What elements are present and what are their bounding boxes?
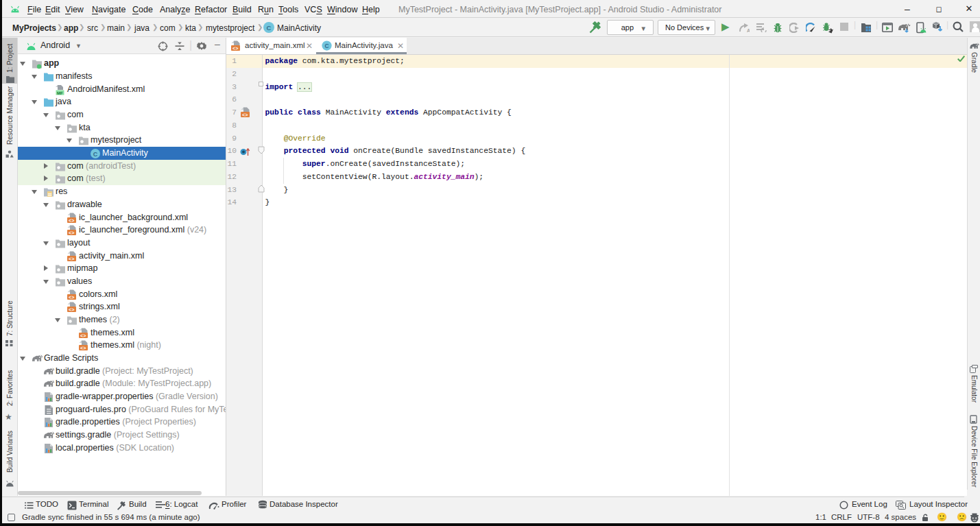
svg-text:<>: <> xyxy=(69,217,74,223)
svg-text:C: C xyxy=(93,151,98,158)
svg-text:C: C xyxy=(267,24,272,32)
svg-text:<>: <> xyxy=(69,307,74,313)
svg-text:<>: <> xyxy=(69,294,74,300)
svg-text:<>: <> xyxy=(242,112,248,118)
svg-text:MF: MF xyxy=(57,91,63,95)
svg-text:<>: <> xyxy=(69,256,74,261)
svg-text:A: A xyxy=(747,28,750,33)
svg-text:<>: <> xyxy=(80,346,86,351)
svg-text:C: C xyxy=(324,43,328,49)
svg-text:<>: <> xyxy=(232,46,238,51)
svg-text:<>: <> xyxy=(69,230,74,236)
svg-text:<>: <> xyxy=(80,333,86,338)
